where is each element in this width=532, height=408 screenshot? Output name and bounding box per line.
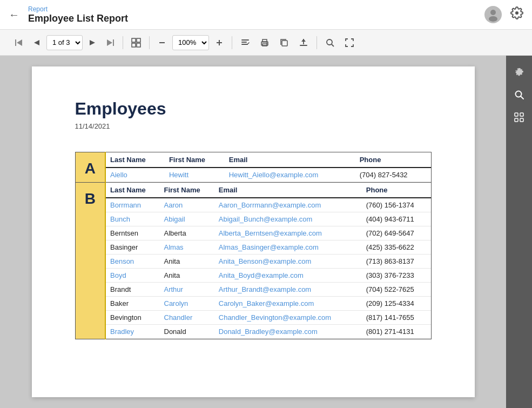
email-cell: Carolyn_Baker@example.com bbox=[214, 297, 362, 311]
edit-button[interactable] bbox=[237, 35, 254, 50]
email-cell: Abigail_Bunch@example.com bbox=[214, 212, 362, 226]
first-name-cell: Arthur bbox=[160, 283, 214, 297]
table-row: Brandt Arthur Arthur_Brandt@example.com … bbox=[106, 283, 431, 297]
svg-point-22 bbox=[266, 43, 267, 44]
last-name-cell: Boyd bbox=[106, 269, 160, 283]
first-name-cell: Anita bbox=[160, 269, 214, 283]
email-cell: Almas_Basinger@example.com bbox=[214, 240, 362, 255]
last-name-cell: Baker bbox=[106, 297, 160, 311]
fullscreen-button[interactable] bbox=[341, 35, 358, 50]
phone-cell: (713) 863-8137 bbox=[362, 255, 431, 269]
svg-rect-15 bbox=[241, 39, 249, 41]
divider-2 bbox=[149, 36, 150, 49]
phone-cell: (702) 649-5647 bbox=[362, 226, 431, 240]
svg-marker-3 bbox=[17, 39, 22, 46]
divider-3 bbox=[232, 36, 232, 49]
svg-rect-32 bbox=[515, 113, 518, 116]
divider-1 bbox=[123, 36, 123, 49]
svg-rect-34 bbox=[515, 118, 518, 122]
table-row: Borrmann Aaron Aaron_Borrmann@example.co… bbox=[106, 198, 431, 212]
section-b-label: B bbox=[75, 183, 105, 339]
section-a-row: A Last Name First Name Email Phone bbox=[75, 152, 431, 183]
settings-icon[interactable] bbox=[510, 6, 523, 23]
sidebar-settings-button[interactable] bbox=[509, 62, 529, 82]
report-date: 11/14/2021 bbox=[75, 122, 432, 130]
phone-cell: (704) 827-5432 bbox=[355, 168, 431, 182]
table-row: Benson Anita Anita_Benson@example.com (7… bbox=[106, 255, 431, 269]
col-phone-b: Phone bbox=[362, 183, 431, 198]
phone-cell: (704) 522-7625 bbox=[362, 283, 431, 297]
col-phone-a: Phone bbox=[355, 152, 431, 168]
section-b-content: Last Name First Name Email Phone Borrman… bbox=[105, 183, 431, 339]
export-button[interactable] bbox=[295, 35, 312, 50]
first-name-cell: Carolyn bbox=[160, 297, 214, 311]
phone-cell: (760) 156-1374 bbox=[362, 198, 431, 212]
svg-line-28 bbox=[332, 44, 334, 46]
right-sidebar bbox=[506, 56, 532, 408]
back-arrow-icon: ← bbox=[9, 9, 19, 21]
svg-rect-33 bbox=[520, 113, 523, 116]
svg-rect-20 bbox=[262, 39, 267, 42]
table-row: Boyd Anita Anita_Boyd@example.com (303) … bbox=[106, 269, 431, 283]
svg-rect-8 bbox=[132, 38, 136, 42]
report-viewer[interactable]: Employees 11/14/2021 A Last Name First N… bbox=[0, 56, 506, 408]
layout-button[interactable] bbox=[127, 35, 145, 50]
search-button[interactable] bbox=[321, 35, 339, 50]
section-a-content: Last Name First Name Email Phone Aiello bbox=[105, 152, 431, 183]
last-name-cell: Bevington bbox=[106, 311, 160, 325]
svg-rect-21 bbox=[262, 44, 267, 46]
page-selector[interactable]: 1 of 3 2 of 3 3 of 3 bbox=[46, 35, 83, 50]
last-name-cell: Bunch bbox=[106, 212, 160, 226]
phone-cell: (209) 125-4334 bbox=[362, 297, 431, 311]
email-cell: Arthur_Brandt@example.com bbox=[214, 283, 362, 297]
last-name-cell: Berntsen bbox=[106, 226, 160, 240]
last-name-cell: Brandt bbox=[106, 283, 160, 297]
page-title: Employee List Report bbox=[28, 13, 128, 24]
phone-cell: (404) 943-6711 bbox=[362, 212, 431, 226]
report-page: Employees 11/14/2021 A Last Name First N… bbox=[32, 66, 475, 397]
zoom-selector[interactable]: 50% 75% 100% 125% 150% 200% bbox=[172, 35, 209, 50]
back-button[interactable]: ← bbox=[9, 9, 22, 21]
prev-page-button[interactable] bbox=[29, 36, 44, 49]
svg-rect-23 bbox=[282, 41, 287, 46]
header-title-block: Report Employee List Report bbox=[28, 5, 128, 24]
svg-marker-7 bbox=[107, 39, 112, 46]
phone-cell: (425) 335-6622 bbox=[362, 240, 431, 255]
last-name-cell: Bradley bbox=[106, 325, 160, 339]
header-right bbox=[484, 6, 523, 23]
svg-rect-9 bbox=[137, 38, 140, 42]
email-cell: Anita_Benson@example.com bbox=[214, 255, 362, 269]
divider-4 bbox=[316, 36, 317, 49]
phone-cell: (303) 376-7233 bbox=[362, 269, 431, 283]
col-first-name-a: First Name bbox=[165, 152, 225, 168]
app-header: ← Report Employee List Report bbox=[0, 0, 532, 30]
section-a-col-header: Last Name First Name Email Phone bbox=[106, 152, 431, 168]
phone-cell: (817) 141-7655 bbox=[362, 311, 431, 325]
table-row: Basinger Almas Almas_Basinger@example.co… bbox=[106, 240, 431, 255]
svg-point-27 bbox=[327, 39, 332, 45]
svg-marker-18 bbox=[247, 42, 250, 45]
svg-rect-16 bbox=[241, 42, 247, 43]
sidebar-tree-button[interactable] bbox=[509, 108, 529, 127]
svg-marker-4 bbox=[34, 40, 39, 45]
svg-marker-5 bbox=[90, 40, 95, 45]
svg-rect-26 bbox=[300, 45, 307, 46]
first-page-button[interactable] bbox=[11, 36, 27, 50]
sidebar-search-button[interactable] bbox=[509, 85, 529, 104]
last-name-cell: Aiello bbox=[106, 168, 165, 182]
zoom-out-button[interactable] bbox=[154, 36, 170, 50]
last-name-cell: Basinger bbox=[106, 240, 160, 255]
email-cell: Anita_Boyd@example.com bbox=[214, 269, 362, 283]
toolbar: 1 of 3 2 of 3 3 of 3 50% 75% 100% 125% 1… bbox=[0, 30, 532, 56]
next-page-button[interactable] bbox=[85, 36, 100, 49]
col-first-name-b: First Name bbox=[160, 183, 214, 198]
first-name-cell: Hewitt bbox=[165, 168, 225, 182]
last-page-button[interactable] bbox=[102, 36, 118, 50]
svg-marker-25 bbox=[301, 39, 306, 42]
email-cell: Hewitt_Aiello@example.com bbox=[225, 168, 355, 182]
copy-button[interactable] bbox=[275, 35, 293, 50]
col-last-name-a: Last Name bbox=[106, 152, 165, 168]
table-row: Bevington Chandler Chandler_Bevington@ex… bbox=[106, 311, 431, 325]
print-button[interactable] bbox=[256, 35, 273, 50]
zoom-in-button[interactable] bbox=[211, 36, 227, 50]
